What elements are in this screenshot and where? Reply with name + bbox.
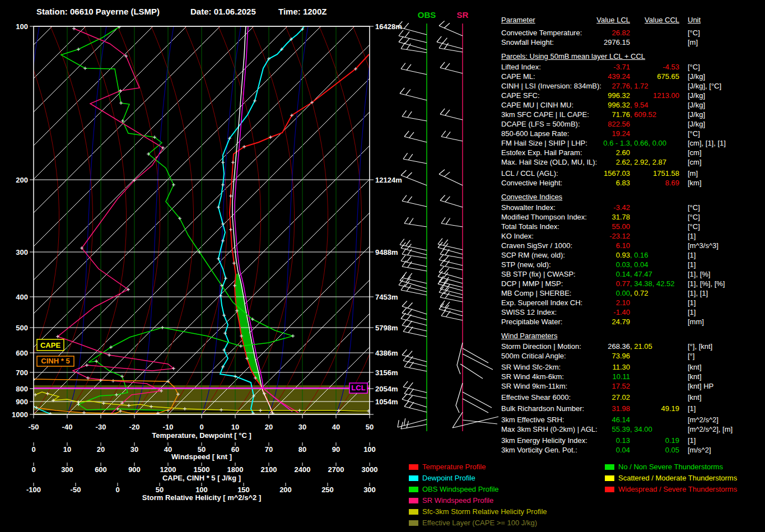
table-row: Snowfall Height:2976.15[m] [501,38,765,47]
pressure-tick-label: 800 [16,385,28,393]
legend-swatch [409,498,418,503]
height-tick-label: 12124m [375,176,402,184]
skewt-chart: 10016428m20012124m3009488m4007453m500579… [0,0,504,532]
legend-label: Temperature Profile [422,461,486,473]
value-lcl: 10.11 [501,372,630,381]
pressure-tick-label: 100 [16,22,28,31]
temperature-axis-tick: 50 [366,423,374,431]
table-row: CAPE ML:439.24675.65[J/kg] [501,72,765,81]
legend-swatch [605,475,614,481]
value-lcl: 2.10 [501,298,630,307]
value-lcl-extra: , 0.72 [630,288,649,298]
value-lcl-extra: , 21.05 [630,342,652,351]
windspeed-axis-label: Windspeed [ knt ] [171,452,232,461]
cape-axis-tick: 2100 [261,465,277,474]
value-lcl: -23.12 [501,231,630,241]
srh-axis-label: Storm Relative Helicity [ m^2/s^2 ] [142,493,261,502]
legend-swatch [409,464,418,470]
unit-label: [1], [%], [%] [688,279,725,288]
value-lcl-extra: , 2.92, 2.87 [630,157,666,167]
chart-background [0,26,504,414]
legend-label: Sfc-3km Storm Relative Helicity Profile [422,506,547,517]
value-lcl-extra: , 0.04 [630,260,649,269]
temperature-axis-tick: -10 [163,423,174,431]
table-row: SR Wind Sfc-2km:11.30[knt] [501,362,765,372]
table-row: Max. Hail Size (OLD, MU, IL):2.62, 2.92,… [501,157,765,167]
unit-label: [1] [688,307,696,317]
unit-label: [cm] [688,148,702,157]
value-lcl: 268.36 [501,342,630,351]
value-lcl: 55.39 [501,424,630,434]
legend-label: Scattered / Moderate Thunderstorms [618,473,737,484]
temperature-axis-tick: -30 [96,423,106,431]
value-lcl: 19.24 [501,129,630,138]
value-lcl: 0.77 [501,279,630,288]
table-row: 850-600 Lapse Rate:19.24[°C] [501,129,765,138]
value-ccl: 0.19 [501,436,679,445]
table-section-heading: Convective Indices [501,192,765,202]
temperature-axis-tick: -20 [129,423,140,431]
unit-label: [cm] [688,157,702,167]
legend-swatch [605,464,614,470]
table-section-heading: Parcels: Using 50mB mean layer LCL + CCL [501,52,765,61]
table-row: MB Comp | SHERBE:0.00, 0.72[1], [1] [501,288,765,298]
value-ccl: 675.65 [501,72,679,81]
value-lcl: 55.00 [501,222,630,231]
value-lcl-extra: , 0.16 [630,250,649,260]
cape-axis-tick: 1500 [194,465,210,474]
profile-legend-item: Effective Layer (CAPE >= 100 J/kg) [409,517,599,529]
legend-label: Widespread / Severe Thunderstorms [618,484,737,495]
unit-label: [1] [688,250,696,260]
table-row: 3km Effective SRH:46.14[m^2/s^2] [501,415,765,424]
parameter-table: ParameterValue LCLValue CCLUnitConvectiv… [501,15,765,455]
unit-label: [km] [688,178,702,188]
srh-axis-tick: -50 [71,486,81,494]
unit-label: [m] [688,169,698,178]
severity-legend-item: No / Non Severe Thunderstorms [605,461,765,473]
windspeed-axis-tick: 0 [31,445,35,454]
temperature-axis-tick: 10 [231,423,239,431]
table-row: Estofex Exp. Hail Param:2.60[cm] [501,148,765,157]
unit-label: [°C] [688,212,700,222]
pressure-tick-label: 1000 [12,410,28,419]
value-lcl: 2976.15 [501,38,630,47]
legend-label: SR Windspeed Profile [422,495,493,506]
cape-axis-label: CAPE, CINH * 5 [ J/kg ] [162,474,241,482]
value-lcl: 822.56 [501,119,630,129]
value-lcl-extra: , 9.54 [630,101,649,109]
unit-label: [°C] [688,129,700,138]
obs-wind-column: OBS [398,10,436,431]
value-ccl: 49.19 [501,404,679,413]
unit-label: [J/kg], [°C] [688,81,721,91]
temperature-axis-tick: 20 [265,423,273,431]
unit-label: [J/kg] [688,119,705,129]
table-row: Craven SigSvr / 1000:6.10[m^3/s^3] [501,241,765,250]
table-row: Lifted Index:-3.71-4.53[°C] [501,62,765,72]
height-tick-label: 7453m [375,293,398,301]
pressure-tick-label: 200 [16,176,28,184]
unit-label: [°C] [688,203,700,212]
unit-label: [1], [1] [688,288,708,298]
unit-label: [knt] HP [688,381,713,391]
value-lcl: 996.32 [501,100,630,110]
legend-label: OBS Windspeed Profile [422,484,499,495]
value-lcl: 31.78 [501,212,630,222]
value-lcl: 27.76 [501,81,630,91]
unit-label: [1] [688,298,696,307]
value-ccl: 1213.00 [501,91,679,100]
cape-label-text: CAPE [40,341,60,349]
value-lcl: 0.14 [501,269,630,279]
value-lcl-extra: , 42.52 [652,279,675,288]
value-ccl: 8.69 [501,178,679,188]
value-lcl-extra: , 0.04 [630,260,649,269]
value-lcl-extra: , 1.72 [630,82,649,90]
table-row: LCL / CCL (AGL):1567.031751.58[m] [501,169,765,178]
value-lcl-extra: , 34.00 [630,425,652,433]
legend-swatch [409,487,418,492]
value-lcl: 2.62 [501,157,630,167]
table-row: Convective Temperature:26.82[°C] [501,28,765,38]
table-row: CAPE MU | CINH MU:996.32, 9.54[J/kg] [501,100,765,110]
severity-legend-item: Scattered / Moderate Thunderstorms [605,473,765,484]
temperature-axis-tick: -40 [62,423,73,431]
sr-windspeed-profile [58,29,174,414]
